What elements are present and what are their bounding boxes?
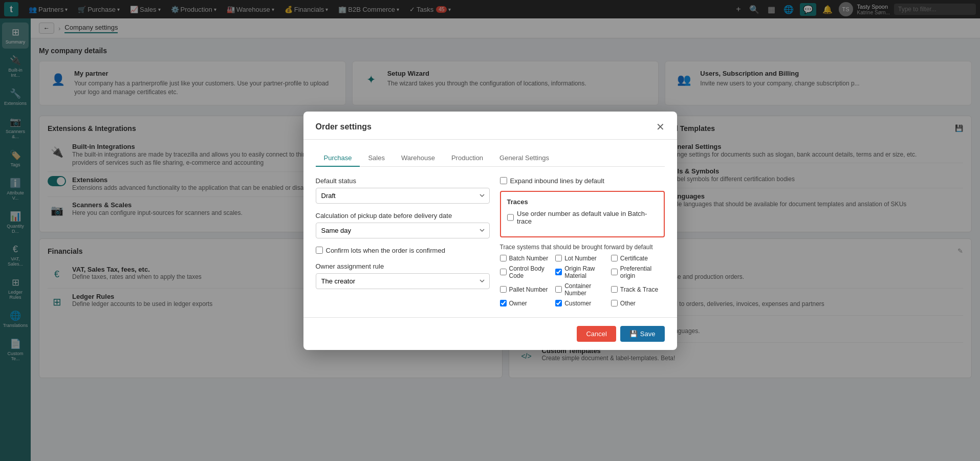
trace-other-checkbox[interactable] <box>611 300 618 306</box>
use-order-number-group: Use order number as default value in Bat… <box>507 210 658 225</box>
trace-track-label: Track & Trace <box>620 286 658 293</box>
trace-pref-origin: Preferential origin <box>611 265 665 279</box>
save-button[interactable]: 💾 Save <box>620 326 665 342</box>
trace-origin-raw-checkbox[interactable] <box>555 269 562 275</box>
trace-customer-label: Customer <box>564 300 591 307</box>
trace-owner-label: Owner <box>509 300 527 307</box>
expand-inbound-group: Expand inbound lines by default <box>500 177 665 185</box>
traces-title: Traces <box>507 198 658 206</box>
trace-cert-label: Certificate <box>620 255 648 262</box>
trace-other-label: Other <box>620 300 636 307</box>
trace-customer-checkbox[interactable] <box>555 300 562 306</box>
trace-lot-label: Lot Number <box>564 255 597 262</box>
tab-warehouse[interactable]: Warehouse <box>393 150 443 167</box>
trace-batch-label: Batch Number <box>509 255 549 262</box>
modal-body: Purchase Sales Warehouse Production Gene… <box>303 140 677 317</box>
trace-container-checkbox[interactable] <box>555 286 562 293</box>
trace-pallet: Pallet Number <box>500 282 554 297</box>
expand-inbound-checkbox[interactable] <box>500 177 507 184</box>
tab-sales[interactable]: Sales <box>360 150 393 167</box>
trace-control-checkbox[interactable] <box>500 269 507 275</box>
pickup-date-group: Calculation of pickup date before delive… <box>316 212 490 238</box>
tab-general-settings[interactable]: General Settings <box>491 150 557 167</box>
pickup-date-label: Calculation of pickup date before delive… <box>316 212 490 219</box>
expand-inbound-label: Expand inbound lines by default <box>510 177 604 185</box>
confirm-lots-checkbox[interactable] <box>316 247 323 254</box>
use-order-number-checkbox[interactable] <box>507 214 514 221</box>
modal-left: Default status Draft Calculation of pick… <box>316 177 490 307</box>
trace-other: Other <box>611 300 665 307</box>
default-status-label: Default status <box>316 177 490 185</box>
trace-control-label: Control Body Code <box>509 265 554 279</box>
modal-overlay[interactable]: Order settings ✕ Purchase Sales Warehous… <box>0 0 980 461</box>
traces-section: Traces Use order number as default value… <box>500 191 665 237</box>
trace-lot-checkbox[interactable] <box>555 255 562 261</box>
owner-rule-select[interactable]: The creator <box>316 273 490 289</box>
tab-production[interactable]: Production <box>443 150 491 167</box>
trace-owner-checkbox[interactable] <box>500 300 507 306</box>
trace-pref-origin-checkbox[interactable] <box>611 269 618 275</box>
trace-track: Track & Trace <box>611 282 665 297</box>
default-status-group: Default status Draft <box>316 177 490 204</box>
cancel-button[interactable]: Cancel <box>577 326 616 342</box>
default-status-select[interactable]: Draft <box>316 188 490 204</box>
pickup-date-select[interactable]: Same day <box>316 223 490 238</box>
modal-right: Expand inbound lines by default Traces U… <box>500 177 665 307</box>
save-icon: 💾 <box>629 330 638 338</box>
modal-header: Order settings ✕ <box>303 112 677 140</box>
modal-two-col: Default status Draft Calculation of pick… <box>316 177 665 307</box>
trace-control: Control Body Code <box>500 265 554 279</box>
trace-systems-title: Trace systems that should be brought for… <box>500 244 665 251</box>
use-order-number-label: Use order number as default value in Bat… <box>517 210 657 225</box>
modal-title: Order settings <box>316 122 372 131</box>
trace-container: Container Number <box>555 282 609 297</box>
trace-customer: Customer <box>555 300 609 307</box>
tab-purchase[interactable]: Purchase <box>316 150 360 167</box>
trace-origin-raw: Origin Raw Material <box>555 265 609 279</box>
trace-owner: Owner <box>500 300 554 307</box>
trace-batch: Batch Number <box>500 255 554 262</box>
trace-systems: Trace systems that should be brought for… <box>500 244 665 307</box>
trace-pallet-label: Pallet Number <box>509 286 548 293</box>
trace-origin-raw-label: Origin Raw Material <box>564 265 609 279</box>
modal-close-button[interactable]: ✕ <box>656 121 665 133</box>
trace-cert: Certificate <box>611 255 665 262</box>
trace-lot: Lot Number <box>555 255 609 262</box>
trace-items-grid: Batch Number Lot Number Certificate <box>500 255 665 307</box>
owner-rule-group: Owner assignment rule The creator <box>316 262 490 289</box>
owner-rule-label: Owner assignment rule <box>316 262 490 270</box>
modal-tabs: Purchase Sales Warehouse Production Gene… <box>316 150 665 167</box>
trace-batch-checkbox[interactable] <box>500 255 507 261</box>
trace-container-label: Container Number <box>564 282 609 297</box>
modal-footer: Cancel 💾 Save <box>303 317 677 350</box>
trace-track-checkbox[interactable] <box>611 286 618 293</box>
confirm-lots-label: Confirm lots when the order is confirmed <box>326 247 445 254</box>
order-settings-modal: Order settings ✕ Purchase Sales Warehous… <box>303 112 677 350</box>
trace-cert-checkbox[interactable] <box>611 255 618 261</box>
trace-pref-origin-label: Preferential origin <box>620 265 665 279</box>
trace-pallet-checkbox[interactable] <box>500 286 507 293</box>
confirm-lots-group: Confirm lots when the order is confirmed <box>316 247 490 254</box>
